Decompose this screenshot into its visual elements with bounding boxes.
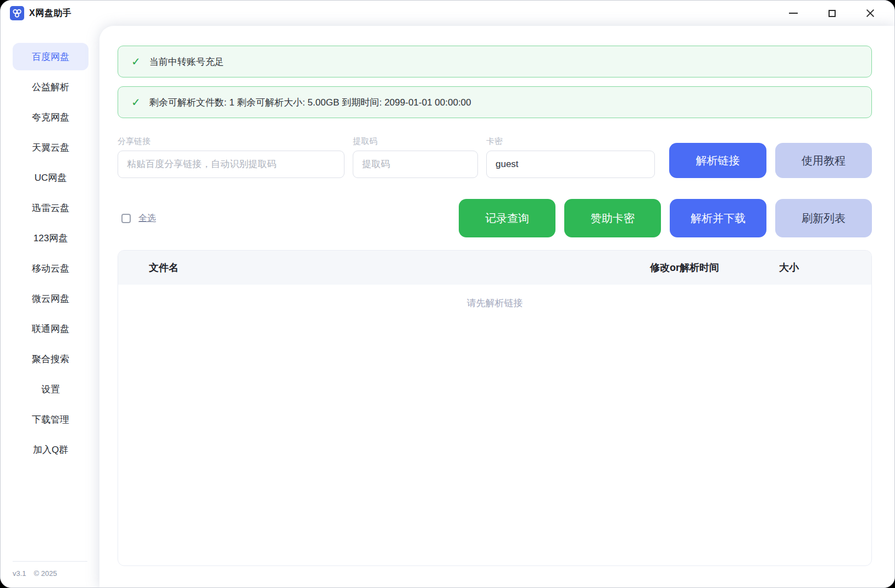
app-title: X网盘助手 xyxy=(29,8,71,19)
share-link-input[interactable] xyxy=(118,151,344,178)
file-table-header: 文件名 修改or解析时间 大小 xyxy=(118,251,871,285)
toolbar: 全选 记录查询 赞助卡密 解析并下载 刷新列表 xyxy=(118,199,872,237)
extract-code-input[interactable] xyxy=(353,151,478,178)
main-panel: ✓ 当前中转账号充足 ✓ 剩余可解析文件数: 1 剩余可解析大小: 5.00GB… xyxy=(99,26,894,588)
refresh-list-button[interactable]: 刷新列表 xyxy=(775,199,872,237)
table-empty-state: 请先解析链接 xyxy=(118,285,871,309)
card-key-input[interactable] xyxy=(486,151,655,178)
sidebar-item-settings[interactable]: 设置 xyxy=(13,375,88,403)
maximize-icon xyxy=(829,10,836,17)
status-alert-account: ✓ 当前中转账号充足 xyxy=(118,46,872,77)
column-filename: 文件名 xyxy=(118,261,630,274)
sidebar-item-123[interactable]: 123网盘 xyxy=(13,224,88,252)
copyright: © 2025 xyxy=(34,569,57,578)
app-logo-icon xyxy=(10,6,24,20)
tutorial-button[interactable]: 使用教程 xyxy=(775,143,872,178)
sidebar-item-join-qq-group[interactable]: 加入Q群 xyxy=(13,436,88,463)
extract-code-label: 提取码 xyxy=(353,136,478,147)
sidebar-item-download-manager[interactable]: 下载管理 xyxy=(13,406,88,433)
titlebar: X网盘助手 xyxy=(1,1,894,26)
sidebar-item-yidong[interactable]: 移动云盘 xyxy=(13,254,88,282)
sidebar-divider xyxy=(13,561,87,562)
select-all-control[interactable]: 全选 xyxy=(121,213,156,224)
sidebar-item-uc[interactable]: UC网盘 xyxy=(13,164,88,191)
minimize-icon xyxy=(789,13,798,14)
select-all-checkbox[interactable] xyxy=(121,214,131,223)
sidebar-item-liantong[interactable]: 联通网盘 xyxy=(13,315,88,342)
check-icon: ✓ xyxy=(131,96,141,109)
maximize-button[interactable] xyxy=(820,1,844,26)
sponsor-card-button[interactable]: 赞助卡密 xyxy=(564,199,661,237)
sidebar-item-weiyun[interactable]: 微云网盘 xyxy=(13,285,88,312)
window-controls xyxy=(781,1,882,26)
parse-form: 分享链接 提取码 卡密 解析链接 使用教程 xyxy=(118,136,872,178)
sidebar-item-quark[interactable]: 夸克网盘 xyxy=(13,103,88,131)
file-table: 文件名 修改or解析时间 大小 请先解析链接 xyxy=(118,250,872,566)
parse-link-button[interactable]: 解析链接 xyxy=(669,143,766,178)
parse-and-download-button[interactable]: 解析并下载 xyxy=(670,199,766,237)
card-key-label: 卡密 xyxy=(486,136,655,147)
sidebar-item-xunlei[interactable]: 迅雷云盘 xyxy=(13,194,88,221)
share-link-label: 分享链接 xyxy=(118,136,344,147)
close-button[interactable] xyxy=(858,1,882,26)
check-icon: ✓ xyxy=(131,55,141,68)
close-icon xyxy=(866,9,875,18)
sidebar-footer: v3.1 © 2025 xyxy=(1,561,99,588)
status-alert-quota: ✓ 剩余可解析文件数: 1 剩余可解析大小: 5.00GB 到期时间: 2099… xyxy=(118,86,872,118)
sidebar-item-gongyi[interactable]: 公益解析 xyxy=(13,73,88,101)
sidebar-nav: 百度网盘 公益解析 夸克网盘 天翼云盘 UC网盘 迅雷云盘 123网盘 移动云盘… xyxy=(1,43,99,561)
app-window: X网盘助手 百度网盘 公益解析 夸克网盘 天翼云盘 UC网盘 迅雷云盘 123网… xyxy=(0,0,895,588)
sidebar-item-tianyi[interactable]: 天翼云盘 xyxy=(13,134,88,161)
alert-text: 剩余可解析文件数: 1 剩余可解析大小: 5.00GB 到期时间: 2099-0… xyxy=(149,96,471,109)
app-version: v3.1 xyxy=(13,569,26,578)
select-all-label: 全选 xyxy=(138,213,156,224)
alert-text: 当前中转账号充足 xyxy=(149,56,224,68)
sidebar-item-juhe-search[interactable]: 聚合搜索 xyxy=(13,345,88,373)
column-modified-time: 修改or解析时间 xyxy=(630,261,740,274)
column-size: 大小 xyxy=(740,261,838,274)
record-query-button[interactable]: 记录查询 xyxy=(459,199,555,237)
minimize-button[interactable] xyxy=(781,1,805,26)
sidebar-item-baidu[interactable]: 百度网盘 xyxy=(13,43,88,70)
sidebar: 百度网盘 公益解析 夸克网盘 天翼云盘 UC网盘 迅雷云盘 123网盘 移动云盘… xyxy=(1,26,99,588)
